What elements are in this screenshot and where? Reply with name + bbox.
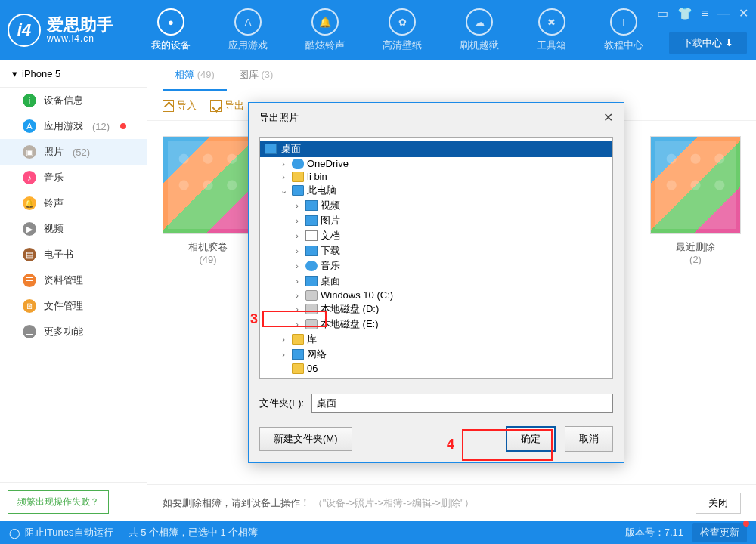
tab-1[interactable]: 图库 (3) [227, 60, 286, 91]
app-name: 爱思助手 [47, 17, 113, 33]
sidebar-item-9[interactable]: ☰更多功能 [0, 319, 147, 345]
tree-row[interactable]: ›本地磁盘 (D:) [260, 301, 612, 317]
sidebar-icon: 🔔 [23, 196, 36, 210]
sidebar-item-0[interactable]: i设备信息 [0, 88, 147, 113]
sidebar-icon: ▣ [23, 145, 36, 159]
nav-icon: ✖ [538, 8, 565, 36]
music-icon [305, 261, 318, 271]
window-controls: ▭ 👕 ≡ — ✕ [657, 6, 748, 20]
sidebar-item-3[interactable]: ♪音乐 [0, 165, 147, 190]
folder-icon [292, 363, 304, 374]
sidebar-item-1[interactable]: A应用游戏(12) [0, 113, 147, 139]
skin-icon[interactable]: 👕 [677, 6, 692, 20]
sidebar-icon: ▶ [23, 222, 36, 236]
close-icon[interactable]: ✕ [739, 6, 748, 20]
sidebar-icon: 🗎 [23, 299, 36, 313]
tree-row[interactable]: 06 [260, 362, 612, 375]
folder-path-input[interactable] [311, 394, 613, 413]
sidebar-item-6[interactable]: ▤电子书 [0, 242, 147, 267]
blue-icon [305, 200, 318, 211]
nav-icon: ☁ [466, 8, 493, 36]
tree-twisty-icon[interactable]: › [292, 291, 302, 300]
nav-item-5[interactable]: ✖工具箱 [529, 4, 574, 57]
album-item[interactable]: 最近删除 (2) [650, 136, 741, 265]
tree-twisty-icon[interactable]: › [292, 216, 302, 225]
faq-link[interactable]: 频繁出现操作失败？ [8, 490, 109, 514]
album-item[interactable]: 相机胶卷 (49) [163, 136, 253, 265]
tab-0[interactable]: 相簿 (49) [163, 60, 227, 91]
tree-label: 视频 [321, 199, 340, 212]
tree-row[interactable]: ›li bin [260, 170, 612, 183]
tree-row[interactable]: ›音乐 [260, 258, 612, 274]
tree-row[interactable]: ›网络 [260, 347, 612, 362]
export-button[interactable]: 导出 [210, 99, 244, 113]
tree-header[interactable]: 桌面 [260, 141, 612, 157]
sidebar-icon: A [23, 119, 36, 133]
album-count: (49) [163, 254, 253, 265]
tree-row[interactable]: ›文档 [260, 228, 612, 243]
minimize-icon[interactable]: — [717, 7, 730, 20]
doc-icon [305, 230, 318, 241]
folder-tree[interactable]: 桌面 ›OneDrive›li bin⌄此电脑›视频›图片›文档›下载›音乐›桌… [259, 137, 613, 379]
close-panel-button[interactable]: 关闭 [696, 493, 741, 514]
sidebar-icon: ▤ [23, 248, 36, 261]
tree-label: 文档 [321, 229, 340, 243]
tree-twisty-icon[interactable]: › [292, 231, 302, 240]
tree-row[interactable]: ›库 [260, 332, 612, 347]
tree-twisty-icon[interactable]: › [292, 277, 302, 286]
tree-twisty-icon[interactable]: › [292, 246, 302, 255]
export-label: 导出 [225, 99, 244, 113]
sidebar-item-2[interactable]: ▣照片(52) [0, 139, 147, 165]
device-header[interactable]: ▾ iPhone 5 [0, 60, 147, 88]
tree-twisty-icon[interactable]: › [278, 159, 289, 168]
tree-twisty-icon[interactable]: › [292, 304, 302, 314]
new-folder-button[interactable]: 新建文件夹(M) [259, 427, 352, 451]
tree-row[interactable]: ›Windows 10 (C:) [260, 289, 612, 301]
sidebar-label: 文件管理 [44, 299, 83, 313]
tree-row[interactable]: ›OneDrive [260, 157, 612, 170]
check-update-button[interactable]: 检查更新 [692, 523, 747, 542]
nav-label: 刷机越狱 [460, 39, 499, 52]
tree-row[interactable]: ›桌面 [260, 274, 612, 289]
dialog-close-icon[interactable]: ✕ [603, 110, 613, 125]
sidebar-item-5[interactable]: ▶视频 [0, 216, 147, 242]
tree-twisty-icon[interactable]: ⌄ [278, 186, 289, 196]
tree-twisty-icon[interactable]: › [278, 350, 289, 359]
status-summary: 共 5 个相簿，已选中 1 个相簿 [129, 526, 259, 539]
blue-icon [305, 215, 318, 226]
menu-icon[interactable]: ≡ [702, 7, 708, 20]
nav-item-4[interactable]: ☁刷机越狱 [452, 4, 507, 57]
tree-twisty-icon[interactable]: › [292, 320, 302, 329]
tree-twisty-icon[interactable]: › [292, 261, 302, 270]
nav-item-6[interactable]: i教程中心 [596, 4, 651, 57]
cancel-button[interactable]: 取消 [565, 426, 613, 452]
nav-item-1[interactable]: A应用游戏 [221, 4, 275, 57]
drive-icon [305, 304, 318, 314]
tree-twisty-icon[interactable]: › [278, 335, 289, 344]
sidebar-item-8[interactable]: 🗎文件管理 [0, 293, 147, 319]
album-thumb [650, 136, 741, 234]
tree-row[interactable]: ›本地磁盘 (E:) [260, 317, 612, 332]
itunes-block-toggle[interactable]: ◯ 阻止iTunes自动运行 [9, 526, 113, 539]
tree-twisty-icon[interactable]: › [278, 172, 289, 181]
nav-item-2[interactable]: 🔔酷炫铃声 [298, 4, 352, 57]
nav-item-0[interactable]: ●我的设备 [144, 4, 198, 57]
tree-row[interactable]: ›视频 [260, 198, 612, 213]
tree-twisty-icon[interactable]: › [292, 201, 302, 210]
tab-count: (3) [261, 69, 273, 80]
sidebar-item-4[interactable]: 🔔铃声 [0, 190, 147, 216]
feedback-icon[interactable]: ▭ [657, 6, 668, 20]
notification-dot-icon [120, 123, 126, 129]
tree-row[interactable]: ⌄此电脑 [260, 183, 612, 198]
nav-item-3[interactable]: ✿高清壁纸 [375, 4, 429, 57]
sidebar-label: 资料管理 [44, 274, 83, 287]
album-thumb [163, 136, 253, 234]
download-center-button[interactable]: 下载中心 ⬇ [669, 32, 747, 54]
tab-label: 图库 [239, 69, 259, 80]
blue-icon [292, 349, 304, 360]
sidebar-item-7[interactable]: ☰资料管理 [0, 267, 147, 293]
import-button[interactable]: 导入 [163, 99, 197, 113]
tree-row[interactable]: ›下载 [260, 243, 612, 258]
ok-button[interactable]: 确定 [506, 426, 556, 452]
tree-row[interactable]: ›图片 [260, 213, 612, 228]
